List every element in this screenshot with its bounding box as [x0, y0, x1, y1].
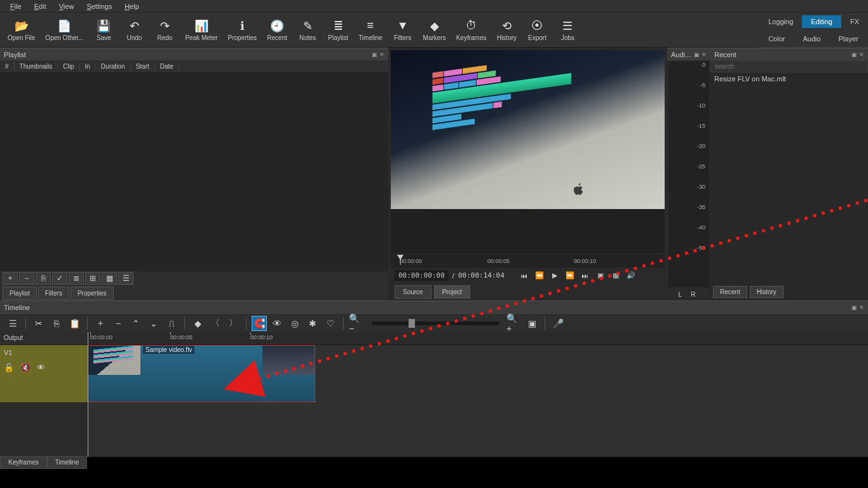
- volume-icon[interactable]: 🔊: [625, 271, 637, 280]
- append-icon[interactable]: ＋: [93, 316, 108, 331]
- layout-tabs: Logging Editing FX Color Audio Player: [759, 13, 868, 48]
- layout-tab-logging[interactable]: Logging: [759, 15, 802, 28]
- ripple-all-icon[interactable]: ✱: [305, 316, 320, 331]
- tool-properties[interactable]: ℹProperties: [223, 17, 262, 44]
- track-v1-header[interactable]: V1 🔓 🔇 👁: [0, 345, 88, 402]
- prev-marker-icon[interactable]: 〈: [208, 316, 223, 331]
- snap-icon[interactable]: 🧲: [252, 316, 267, 331]
- rewind-icon[interactable]: ⏪: [534, 271, 545, 280]
- recent-search-input[interactable]: [710, 60, 868, 72]
- preview-tab-source[interactable]: Source: [395, 285, 431, 299]
- tool-markers[interactable]: ◆Markers: [418, 17, 451, 44]
- skip-start-icon[interactable]: ⏮: [519, 272, 530, 280]
- timeline-menu-icon[interactable]: ☰: [5, 316, 20, 331]
- preview-tab-project[interactable]: Project: [434, 285, 470, 299]
- tool-history[interactable]: ⟲History: [491, 17, 522, 44]
- overwrite-icon[interactable]: ⌄: [146, 316, 161, 331]
- tool-export[interactable]: ⦿Export: [522, 17, 552, 44]
- zoom-fit-icon[interactable]: ▣: [595, 271, 606, 280]
- playlist-col-date[interactable]: Date: [155, 63, 179, 70]
- playlist-action-button[interactable]: ✓: [52, 272, 67, 285]
- track-lock-icon[interactable]: 🔓: [4, 363, 14, 372]
- layout-tab-audio[interactable]: Audio: [794, 32, 829, 45]
- playlist-col-clip[interactable]: Clip: [58, 63, 79, 70]
- ripple-icon[interactable]: ◎: [287, 316, 302, 331]
- preview-video[interactable]: [391, 50, 665, 254]
- layout-tab-color[interactable]: Color: [759, 32, 794, 45]
- ripple-markers-icon[interactable]: ♡: [323, 316, 338, 331]
- bottom-tab-keyframes[interactable]: Keyframes: [0, 456, 47, 469]
- grid-icon[interactable]: ▦: [610, 271, 621, 280]
- clip-thumb-out: [262, 346, 315, 375]
- play-icon[interactable]: ▶: [549, 271, 560, 280]
- playlist-header-controls[interactable]: ▣ ✕: [372, 51, 384, 58]
- preview-scrubber[interactable]: 00:00:00 00:00:05 00:00:10: [391, 255, 665, 268]
- menu-edit[interactable]: Edit: [28, 1, 53, 11]
- playlist-action-button[interactable]: +: [3, 272, 18, 285]
- tool-timeline[interactable]: ≡Timeline: [353, 17, 387, 44]
- playlist-col-#[interactable]: #: [0, 63, 15, 70]
- scrub-icon[interactable]: 👁: [269, 316, 285, 331]
- timeline-ruler[interactable]: 00:00:00 00:00:05 00:00:10: [88, 332, 868, 345]
- playlist-tab-playlist[interactable]: Playlist: [3, 287, 37, 300]
- bottom-tab-timeline[interactable]: Timeline: [47, 456, 87, 469]
- timeline-tracks-body[interactable]: 00:00:00 00:00:05 00:00:10 Sample video.…: [88, 332, 868, 457]
- tool-open-other-[interactable]: 📄Open Other...: [40, 17, 88, 44]
- next-marker-icon[interactable]: 〉: [226, 316, 241, 331]
- playlist-tab-filters[interactable]: Filters: [38, 287, 69, 300]
- tool-jobs[interactable]: ☰Jobs: [552, 17, 583, 44]
- tool-playlist[interactable]: ≣Playlist: [323, 17, 353, 44]
- playlist-action-button[interactable]: ▦: [102, 272, 117, 285]
- recent-tab-recent[interactable]: Recent: [713, 286, 747, 298]
- timeline-clip[interactable]: Sample video.flv: [88, 345, 315, 402]
- tool-recent[interactable]: 🕘Recent: [262, 17, 292, 44]
- tool-notes[interactable]: ✎Notes: [292, 17, 323, 44]
- playlist-action-button[interactable]: −: [19, 272, 34, 285]
- marker-icon[interactable]: ◆: [190, 316, 205, 331]
- playlist-col-thumbnails[interactable]: Thumbnails: [15, 63, 58, 70]
- zoom-slider[interactable]: [372, 322, 499, 325]
- layout-tab-player[interactable]: Player: [830, 32, 867, 45]
- cut-icon[interactable]: ✂: [31, 316, 46, 331]
- tool-peak-meter[interactable]: 📊Peak Meter: [180, 17, 222, 44]
- menu-help[interactable]: Help: [118, 1, 146, 11]
- track-mute-icon[interactable]: 🔇: [20, 363, 31, 372]
- paste-icon[interactable]: 📋: [67, 316, 82, 331]
- layout-tab-editing[interactable]: Editing: [802, 15, 841, 28]
- copy-icon[interactable]: ⎘: [49, 316, 64, 331]
- recent-tab-history[interactable]: History: [750, 286, 783, 298]
- playlist-action-button[interactable]: ⎘: [36, 272, 51, 285]
- playlist-col-duration[interactable]: Duration: [96, 63, 131, 70]
- zoom-fit-timeline-icon[interactable]: ▣: [524, 316, 539, 331]
- playlist-body[interactable]: [0, 73, 388, 271]
- playlist-action-button[interactable]: ⊞: [85, 272, 100, 285]
- tool-filters[interactable]: ▼Filters: [388, 17, 418, 44]
- playlist-col-in[interactable]: In: [80, 63, 96, 70]
- playlist-col-start[interactable]: Start: [131, 63, 155, 70]
- recent-item[interactable]: Resize FLV on Mac.mlt: [710, 72, 868, 85]
- track-hide-icon[interactable]: 👁: [37, 363, 45, 372]
- split-icon[interactable]: ⎍: [164, 316, 179, 331]
- tool-undo[interactable]: ↶Undo: [119, 17, 149, 44]
- skip-end-icon[interactable]: ⏭: [580, 272, 591, 280]
- tool-save[interactable]: 💾Save: [88, 17, 119, 44]
- playlist-action-button[interactable]: ☰: [118, 272, 133, 285]
- layout-tab-fx[interactable]: FX: [841, 15, 868, 28]
- fast-forward-icon[interactable]: ⏩: [564, 271, 576, 280]
- lift-icon[interactable]: ⌃: [128, 316, 144, 331]
- menu-view[interactable]: View: [53, 1, 81, 11]
- menu-file[interactable]: File: [4, 1, 28, 11]
- menu-settings[interactable]: Settings: [80, 1, 118, 11]
- zoom-out-icon[interactable]: 🔍−: [349, 316, 364, 331]
- tool-open-file[interactable]: 📂Open File: [3, 17, 40, 44]
- tool-redo[interactable]: ↷Redo: [149, 17, 180, 44]
- zoom-in-icon[interactable]: 🔍+: [506, 316, 522, 331]
- remove-icon[interactable]: −: [111, 316, 126, 331]
- record-audio-icon[interactable]: 🎤: [550, 316, 566, 331]
- playlist-tab-properties[interactable]: Properties: [71, 287, 114, 300]
- playlist-action-button[interactable]: ≣: [69, 272, 84, 285]
- tool-keyframes[interactable]: ⏱Keyframes: [451, 17, 492, 44]
- timeline-output-label[interactable]: Output: [0, 332, 88, 345]
- timeline-playhead[interactable]: [88, 332, 88, 457]
- timecode-current[interactable]: 00:00:00:00: [395, 270, 449, 281]
